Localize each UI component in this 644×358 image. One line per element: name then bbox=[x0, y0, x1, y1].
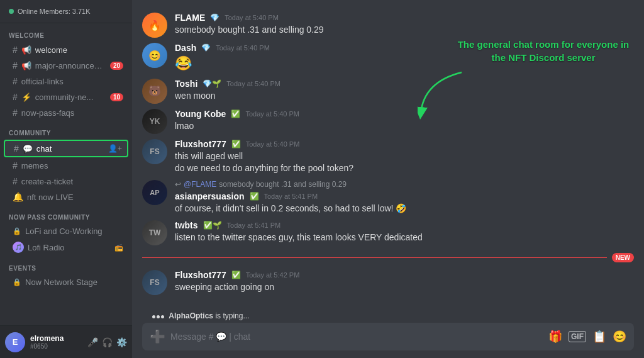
message-group: 😊 Dash 💎 Today at 5:40 PM 😂 bbox=[142, 40, 634, 76]
unread-badge: 10 bbox=[110, 93, 123, 101]
message-timestamp: Today at 5:41 PM bbox=[227, 221, 281, 229]
message-header: Toshi 💎🌱 Today at 5:40 PM bbox=[175, 79, 634, 89]
lock-icon: 🔒 bbox=[13, 278, 21, 286]
message-content: Dash 💎 Today at 5:40 PM 😂 bbox=[175, 43, 634, 74]
category-events: EVENTS bbox=[0, 256, 132, 274]
gif-icon[interactable]: GIF bbox=[569, 331, 586, 342]
user-bar: E elromena #0650 🎤 🎧 ⚙️ bbox=[0, 325, 132, 358]
hash-icon: # bbox=[13, 108, 18, 118]
message-timestamp: Today at 5:40 PM bbox=[216, 44, 270, 52]
diamond-icon: 💎🌱 bbox=[203, 79, 221, 88]
chat-messages: 🔥 FLAME 💎 Today at 5:40 PM somebody boug… bbox=[132, 0, 644, 305]
gift-icon[interactable]: 🎁 bbox=[548, 330, 562, 344]
diamond-icon: 💎 bbox=[201, 43, 211, 52]
channel-create-a-ticket[interactable]: # create-a-ticket bbox=[4, 174, 128, 189]
channel-major-announcements[interactable]: # 📢 major-announceme... 20 bbox=[4, 58, 128, 73]
channel-label: memes bbox=[21, 161, 123, 171]
channel-now-pass-faqs[interactable]: # now-pass-faqs bbox=[4, 105, 128, 120]
channel-chat[interactable]: # 💬 chat 👤+ bbox=[4, 140, 128, 157]
message-group: 🐻 Toshi 💎🌱 Today at 5:40 PM wen moon bbox=[142, 76, 634, 106]
typing-dots bbox=[152, 315, 164, 318]
lock-icon: 🔒 bbox=[13, 227, 21, 235]
plus-icon[interactable]: ➕ bbox=[150, 329, 165, 344]
message-text: somebody bought .31 and selling 0.29 bbox=[175, 24, 634, 36]
user-info: elromena #0650 bbox=[30, 334, 82, 350]
diamond-icon: 💎 bbox=[210, 13, 219, 22]
message-group: FS Fluxshot777 ✅ Today at 5:42 PM sweepi… bbox=[142, 267, 634, 298]
message-group: TW twbts ✅🌱 Today at 5:41 PM listen to t… bbox=[142, 218, 634, 248]
mic-icon[interactable]: 🎤 bbox=[87, 337, 98, 347]
sticker-icon[interactable]: 📋 bbox=[592, 330, 606, 344]
typing-text: is typing... bbox=[215, 311, 249, 320]
verified-badge: ✅🌱 bbox=[203, 221, 222, 230]
channel-label: community-ne... bbox=[35, 92, 106, 102]
channel-label: Now Network Stage bbox=[25, 277, 123, 287]
channel-official-links[interactable]: # official-links bbox=[4, 74, 128, 89]
settings-icon[interactable]: ⚙️ bbox=[116, 337, 127, 347]
category-community: COMMUNITY bbox=[0, 121, 132, 139]
message-content: Fluxshot777 ✅ Today at 5:42 PM sweeping … bbox=[175, 270, 634, 295]
avatar: 🔥 bbox=[142, 13, 167, 38]
message-text: of course, it didn't sell in 0.2 seconds… bbox=[175, 203, 634, 215]
headset-icon[interactable]: 🎧 bbox=[102, 337, 113, 347]
hash-icon: # bbox=[13, 76, 18, 86]
message-group: YK Young Kobe ✅ Today at 5:40 PM lmao bbox=[142, 106, 634, 137]
hash-icon: # bbox=[13, 92, 18, 102]
message-username: Fluxshot777 bbox=[175, 270, 226, 280]
verified-badge: ✅ bbox=[250, 192, 259, 201]
message-timestamp: Today at 5:40 PM bbox=[245, 110, 299, 118]
chat-input[interactable] bbox=[170, 332, 543, 342]
user-controls[interactable]: 🎤 🎧 ⚙️ bbox=[87, 337, 127, 347]
unread-badge: 20 bbox=[110, 62, 123, 70]
message-header: Fluxshot777 ✅ Today at 5:42 PM bbox=[175, 270, 634, 280]
channel-icon: 📢 bbox=[21, 61, 31, 70]
message-text-2: do we need to do anything for the pool t… bbox=[175, 162, 634, 175]
new-messages-line bbox=[142, 257, 607, 258]
message-text: listen to the twitter spaces guy, this t… bbox=[175, 232, 634, 244]
emoji-icon[interactable]: 😊 bbox=[613, 330, 626, 344]
typing-dot bbox=[157, 315, 160, 318]
message-username: asianpersuasion bbox=[175, 191, 245, 201]
category-welcome: WELCOME bbox=[0, 23, 132, 42]
message-text: wen moon bbox=[175, 90, 634, 103]
message-group: FS Fluxshot777 ✅ Today at 5:40 PM this w… bbox=[142, 137, 634, 177]
channel-lofi-co-working[interactable]: 🔒 LoFi and Co-Working bbox=[4, 224, 128, 238]
message-username: Dash bbox=[175, 43, 196, 53]
channel-label: Lofi Radio bbox=[28, 243, 111, 252]
online-dot bbox=[9, 9, 14, 14]
channel-community-ne[interactable]: # ⚡ community-ne... 10 bbox=[4, 89, 128, 104]
channel-label: create-a-ticket bbox=[21, 177, 123, 186]
sidebar: Online Members: 3.71K WELCOME # 📢 welcom… bbox=[0, 0, 132, 358]
category-now-pass: NOW PASS COMMUNITY bbox=[0, 205, 132, 223]
message-content: ↩ @FLAME somebody bought .31 and selling… bbox=[175, 180, 634, 215]
verified-badge: ✅ bbox=[231, 109, 240, 118]
channel-nft-now-live[interactable]: 🔔 nft now LIVE bbox=[4, 189, 128, 204]
typing-username: AlphaOptics bbox=[169, 311, 213, 320]
channel-icon: ⚡ bbox=[21, 92, 31, 102]
channel-lofi-radio[interactable]: 🎵 Lofi Radio 📻 bbox=[4, 239, 128, 255]
user-discriminator: #0650 bbox=[30, 343, 82, 350]
reply-icon: ↩ bbox=[175, 180, 181, 189]
message-header: Fluxshot777 ✅ Today at 5:40 PM bbox=[175, 139, 634, 149]
channel-icon: 💬 bbox=[23, 144, 33, 154]
hash-icon: # bbox=[13, 45, 18, 55]
channel-memes[interactable]: # memes bbox=[4, 158, 128, 173]
avatar: FS bbox=[142, 270, 167, 295]
message-text: this will aged well bbox=[175, 150, 634, 163]
radio-icon: 📻 bbox=[114, 243, 123, 252]
verified-badge: ✅ bbox=[231, 271, 241, 279]
channel-now-network-stage[interactable]: 🔒 Now Network Stage bbox=[4, 275, 128, 289]
channel-label: chat bbox=[36, 144, 104, 154]
typing-dot bbox=[161, 315, 164, 318]
typing-dot bbox=[152, 315, 155, 318]
message-timestamp: Today at 5:42 PM bbox=[246, 271, 300, 279]
server-header[interactable]: Online Members: 3.71K bbox=[0, 0, 132, 23]
message-content: Toshi 💎🌱 Today at 5:40 PM wen moon bbox=[175, 79, 634, 104]
message-text: lmao bbox=[175, 120, 634, 133]
message-timestamp: Today at 5:41 PM bbox=[264, 193, 318, 200]
channel-label: LoFi and Co-Working bbox=[25, 227, 123, 236]
chat-input-area: AlphaOptics is typing... ➕ 🎁 GIF 📋 😊 bbox=[132, 305, 644, 358]
avatar: AP bbox=[142, 180, 167, 205]
message-timestamp: Today at 5:40 PM bbox=[246, 140, 300, 148]
channel-welcome[interactable]: # 📢 welcome bbox=[4, 42, 128, 57]
